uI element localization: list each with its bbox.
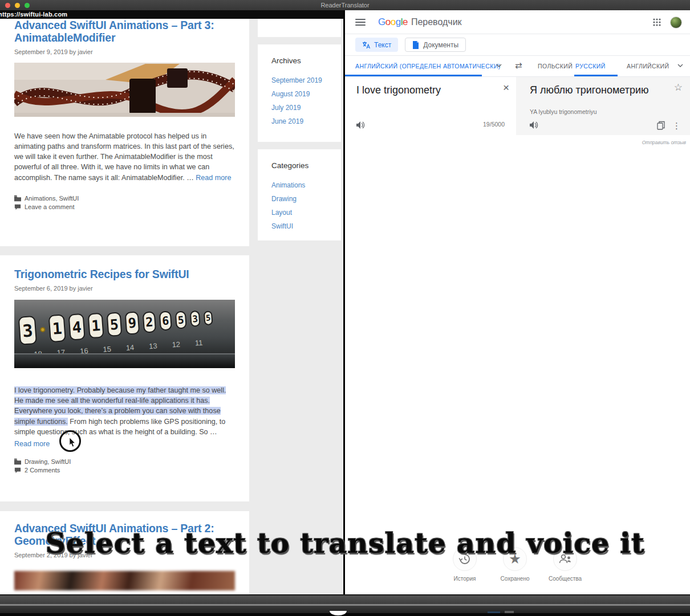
post-card-1: Advanced SwiftUI Animations – Part 3: An…	[0, 19, 249, 246]
translate-header: Google Переводчик	[345, 10, 690, 34]
browser-pane: https://swiftui-lab.com Advanced SwiftUI…	[0, 10, 343, 594]
post-date: September 9, 2019 by javier	[14, 48, 235, 55]
mechanical-counter-photo[interactable]: 3 1 4 1 5 9 2 6 5 3 5 18	[14, 300, 235, 368]
translation-card: I love trigonometry × 19/5000 Я люблю тр…	[345, 77, 690, 135]
post-title-link[interactable]: Advanced SwiftUI Animations – Part 3: An…	[14, 19, 235, 44]
tab-source-language-detected[interactable]: АНГЛИЙСКИЙ (ОПРЕДЕЛЕН АВТОМАТИЧЕСКИ)	[355, 63, 501, 70]
more-options-icon[interactable]: ⋮	[672, 121, 681, 131]
save-translation-star-icon[interactable]: ☆	[674, 81, 683, 93]
section-gap	[0, 501, 249, 511]
tab-text[interactable]: Текст	[355, 38, 398, 52]
send-feedback-link[interactable]: Отправить отзыв	[642, 140, 686, 145]
counter-base	[14, 353, 235, 368]
read-more-link[interactable]: Read more	[14, 440, 50, 448]
post-meta: Animations, SwiftUI Leave a comment	[14, 195, 235, 210]
bezel-reflection	[505, 611, 514, 613]
video-caption: Select a text to translate and voice it	[0, 527, 690, 560]
archive-link-june-2019[interactable]: June 2019	[271, 117, 303, 125]
post-categories-links[interactable]: Drawing, SwiftUI	[25, 458, 71, 465]
post-title-link[interactable]: Trigonometric Recipes for SwiftUI	[14, 268, 235, 281]
tab-documents[interactable]: Документы	[405, 38, 466, 52]
post-meta: Drawing, SwiftUI 2 Comments	[14, 458, 235, 474]
list-item: Layout	[271, 207, 341, 217]
post-card-2: Trigonometric Recipes for SwiftUI Septem…	[0, 255, 249, 501]
url-bar[interactable]: https://swiftui-lab.com	[0, 10, 343, 19]
section-gap	[0, 246, 249, 255]
comment-icon	[14, 203, 21, 210]
document-icon	[412, 41, 419, 49]
post-photo-partial[interactable]	[14, 571, 235, 590]
readertranslator-window: ReaderTranslator https://swiftui-lab.com…	[0, 0, 690, 616]
character-count: 19/5000	[483, 121, 505, 128]
tab-target-english[interactable]: АНГЛИЙСКИЙ	[627, 63, 669, 70]
blog-sidebar: Archives September 2019 August 2019 July…	[258, 19, 343, 594]
list-item: August 2019	[271, 88, 341, 99]
post-excerpt-selected[interactable]: I love trigonometry. Probably because my…	[14, 385, 235, 437]
blog-main-column: Advanced SwiftUI Animations – Part 3: An…	[0, 19, 249, 594]
transliteration: YA lyublyu trigonometriyu	[530, 108, 597, 115]
listen-source-icon[interactable]	[356, 121, 365, 129]
click-indicator-circle	[59, 430, 81, 452]
language-bar: АНГЛИЙСКИЙ (ОПРЕДЕЛЕН АВТОМАТИЧЕСКИ) ⇄ П…	[345, 56, 690, 77]
category-link-layout[interactable]: Layout	[271, 209, 292, 217]
main-menu-icon[interactable]	[355, 19, 366, 26]
target-language-underline	[574, 75, 618, 76]
list-item: Animations	[271, 180, 341, 190]
category-link-drawing[interactable]: Drawing	[271, 195, 297, 203]
zoom-window-button[interactable]	[25, 3, 30, 8]
post-categories-links[interactable]: Animations, SwiftUI	[25, 195, 79, 202]
google-apps-icon[interactable]	[653, 18, 661, 26]
copy-translation-icon[interactable]	[657, 121, 665, 130]
read-more-link[interactable]: Read more	[196, 174, 231, 182]
decimal-dot	[40, 327, 46, 332]
translated-text[interactable]: Я люблю тригонометрию	[530, 84, 649, 96]
window-title: ReaderTranslator	[0, 2, 690, 9]
chevron-down-icon[interactable]	[677, 62, 684, 69]
list-item: June 2019	[271, 116, 341, 126]
close-window-button[interactable]	[5, 3, 10, 8]
tab-target-russian-active[interactable]: РУССКИЙ	[575, 63, 606, 70]
listen-translation-icon[interactable]	[530, 121, 538, 129]
film-strip-photo[interactable]	[14, 63, 235, 117]
url-text: https://swiftui-lab.com	[0, 11, 67, 18]
bezel-reflection	[488, 611, 500, 613]
minimize-window-button[interactable]	[15, 3, 20, 8]
source-text[interactable]: I love trigonometry	[356, 84, 441, 96]
list-item: SwiftUI	[271, 221, 341, 231]
comment-icon	[14, 467, 21, 474]
archive-link-september-2019[interactable]: September 2019	[271, 76, 322, 84]
translation-result-panel: Я люблю тригонометрию ☆ YA lyublyu trigo…	[516, 77, 690, 135]
titlebar: ReaderTranslator	[0, 0, 690, 10]
categories-heading: Categories	[271, 161, 341, 170]
mouse-cursor-icon	[69, 438, 76, 447]
laptop-bezel	[0, 594, 690, 616]
post-excerpt: We have seen how the Animatable protocol…	[14, 131, 235, 183]
tab-target-polish[interactable]: ПОЛЬСКИЙ	[538, 63, 573, 70]
list-item: Drawing	[271, 193, 341, 203]
folder-icon	[14, 195, 21, 202]
post-comments-link[interactable]: 2 Comments	[25, 467, 60, 474]
list-item: September 2019	[271, 75, 341, 85]
translate-mode-tabs: Текст Документы	[345, 34, 690, 56]
chevron-down-icon[interactable]	[496, 62, 502, 69]
post-date: September 6, 2019 by javier	[14, 285, 235, 292]
sidebar-widget-stub	[258, 19, 341, 37]
google-logo[interactable]: Google	[378, 17, 408, 28]
product-name: Переводчик	[411, 17, 462, 27]
archive-link-july-2019[interactable]: July 2019	[271, 104, 301, 112]
folder-icon	[14, 458, 21, 465]
categories-widget: Categories Animations Drawing Layout Swi…	[258, 149, 341, 240]
source-text-panel[interactable]: I love trigonometry × 19/5000	[345, 77, 516, 135]
archives-widget: Archives September 2019 August 2019 July…	[258, 44, 341, 142]
pi-digits: 3 1 4 1 5 9 2 6 5 3 5	[18, 303, 214, 345]
translate-icon	[362, 41, 370, 49]
post-comments-link[interactable]: Leave a comment	[25, 203, 74, 210]
account-avatar[interactable]	[670, 17, 682, 28]
archives-heading: Archives	[271, 56, 341, 65]
archive-link-august-2019[interactable]: August 2019	[271, 90, 310, 98]
category-link-animations[interactable]: Animations	[271, 181, 305, 189]
window-controls	[5, 3, 30, 8]
swap-languages-icon[interactable]: ⇄	[515, 60, 522, 71]
category-link-swiftui[interactable]: SwiftUI	[271, 222, 293, 230]
clear-source-icon[interactable]: ×	[503, 81, 509, 94]
